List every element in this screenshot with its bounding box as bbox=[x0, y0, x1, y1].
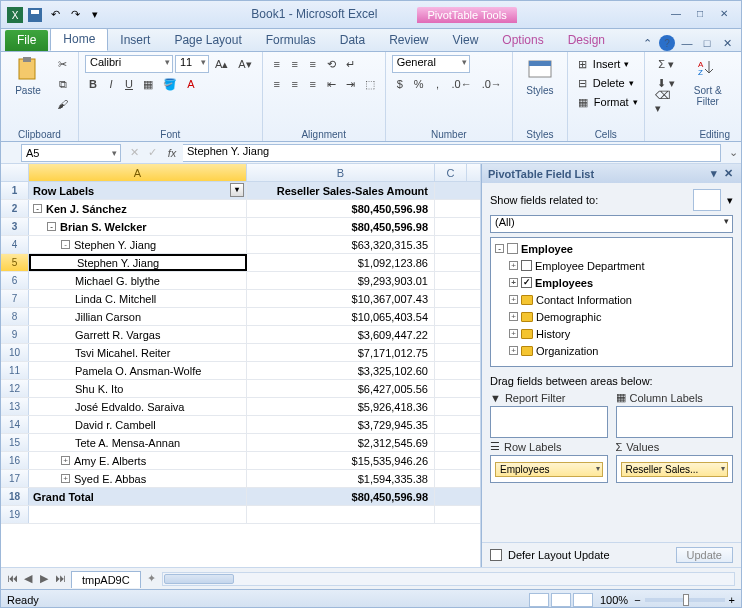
tab-view[interactable]: View bbox=[441, 30, 491, 51]
tree-node[interactable]: +Contact Information bbox=[493, 291, 730, 308]
workbook-restore-icon[interactable]: □ bbox=[699, 35, 715, 51]
row-header[interactable]: 15 bbox=[1, 434, 29, 451]
font-name-combo[interactable]: Calibri bbox=[85, 55, 173, 73]
page-layout-view-icon[interactable] bbox=[551, 593, 571, 607]
tree-node[interactable]: +History bbox=[493, 325, 730, 342]
italic-button[interactable]: I bbox=[103, 75, 119, 93]
table-row[interactable]: 15Tete A. Mensa-Annan$2,312,545.69 bbox=[1, 434, 480, 452]
cell-a[interactable] bbox=[29, 506, 247, 523]
cell-c[interactable] bbox=[435, 200, 467, 217]
row-header[interactable]: 11 bbox=[1, 362, 29, 379]
tree-expand-icon[interactable]: + bbox=[509, 278, 518, 287]
cell-b[interactable]: $3,729,945.35 bbox=[247, 416, 435, 433]
page-break-view-icon[interactable] bbox=[573, 593, 593, 607]
tree-expand-icon[interactable]: + bbox=[509, 261, 518, 270]
merge-center-icon[interactable]: ⬚ bbox=[361, 75, 379, 93]
comma-icon[interactable]: , bbox=[429, 75, 445, 93]
table-row[interactable]: 5Stephen Y. Jiang$1,092,123.86 bbox=[1, 254, 480, 272]
minimize-ribbon-icon[interactable]: ⌃ bbox=[639, 35, 655, 51]
row-header[interactable]: 8 bbox=[1, 308, 29, 325]
row-header[interactable]: 2 bbox=[1, 200, 29, 217]
layout-dropdown-icon[interactable]: ▾ bbox=[727, 194, 733, 207]
shrink-font-icon[interactable]: A▾ bbox=[234, 55, 255, 73]
wrap-text-icon[interactable]: ↵ bbox=[342, 55, 359, 73]
table-row[interactable]: 10Tsvi Micahel. Reiter$7,171,012.75 bbox=[1, 344, 480, 362]
cell-b[interactable] bbox=[247, 506, 435, 523]
autosum-icon[interactable]: Σ ▾ bbox=[651, 55, 682, 73]
cell-b[interactable]: $6,427,005.56 bbox=[247, 380, 435, 397]
cell-c[interactable] bbox=[435, 218, 467, 235]
cell-a[interactable]: +Amy E. Alberts bbox=[29, 452, 247, 469]
cell-c[interactable] bbox=[435, 272, 467, 289]
row-header[interactable]: 10 bbox=[1, 344, 29, 361]
table-row[interactable]: 2-Ken J. Sánchez$80,450,596.98 bbox=[1, 200, 480, 218]
workbook-minimize-icon[interactable]: — bbox=[679, 35, 695, 51]
qat-dropdown-icon[interactable]: ▾ bbox=[87, 7, 103, 23]
align-bottom-icon[interactable]: ≡ bbox=[305, 55, 321, 73]
increase-indent-icon[interactable]: ⇥ bbox=[342, 75, 359, 93]
tree-node[interactable]: +✓Employees bbox=[493, 274, 730, 291]
find-select-button[interactable]: Find & Select bbox=[734, 55, 742, 107]
help-icon[interactable]: ? bbox=[659, 35, 675, 51]
sheet-nav-first-icon[interactable]: ⏮ bbox=[5, 572, 19, 585]
table-row[interactable]: 3-Brian S. Welcker$80,450,596.98 bbox=[1, 218, 480, 236]
tree-expand-icon[interactable]: + bbox=[509, 295, 518, 304]
cell-a[interactable]: -Stephen Y. Jiang bbox=[29, 236, 247, 253]
values-box[interactable]: Reseller Sales... bbox=[616, 455, 734, 483]
table-row[interactable]: 14David r. Cambell$3,729,945.35 bbox=[1, 416, 480, 434]
pane-dropdown-icon[interactable]: ▾ bbox=[707, 167, 721, 180]
tree-node[interactable]: +Organization bbox=[493, 342, 730, 359]
report-filter-box[interactable] bbox=[490, 406, 608, 438]
cell-b[interactable]: $1,594,335.38 bbox=[247, 470, 435, 487]
insert-cells-button[interactable]: ⊞ bbox=[574, 55, 591, 73]
border-icon[interactable]: ▦ bbox=[139, 75, 157, 93]
cell-b[interactable]: $80,450,596.98 bbox=[247, 200, 435, 217]
row-header[interactable]: 9 bbox=[1, 326, 29, 343]
orientation-icon[interactable]: ⟲ bbox=[323, 55, 340, 73]
sheet-tab[interactable]: tmpAD9C bbox=[71, 571, 141, 588]
cell-a[interactable]: Tsvi Micahel. Reiter bbox=[29, 344, 247, 361]
tree-expand-icon[interactable]: + bbox=[509, 312, 518, 321]
horizontal-scrollbar[interactable] bbox=[162, 572, 735, 586]
cell-a[interactable]: Linda C. Mitchell bbox=[29, 290, 247, 307]
table-row[interactable]: 17+Syed E. Abbas$1,594,335.38 bbox=[1, 470, 480, 488]
align-center-icon[interactable]: ≡ bbox=[287, 75, 303, 93]
cell-a[interactable]: -Brian S. Welcker bbox=[29, 218, 247, 235]
font-size-combo[interactable]: 11 bbox=[175, 55, 209, 73]
cell-a[interactable]: Tete A. Mensa-Annan bbox=[29, 434, 247, 451]
clear-icon[interactable]: ⌫ ▾ bbox=[651, 93, 682, 111]
restore-icon[interactable]: □ bbox=[691, 8, 709, 22]
cell-a[interactable]: Michael G. blythe bbox=[29, 272, 247, 289]
table-row[interactable]: 19 bbox=[1, 506, 480, 524]
col-header-c[interactable]: C bbox=[435, 164, 467, 181]
bold-button[interactable]: B bbox=[85, 75, 101, 93]
cell-b[interactable]: Reseller Sales-Sales Amount bbox=[247, 182, 435, 199]
defer-checkbox[interactable] bbox=[490, 549, 502, 561]
cell-c[interactable] bbox=[435, 326, 467, 343]
table-row[interactable]: 12Shu K. Ito$6,427,005.56 bbox=[1, 380, 480, 398]
table-row[interactable]: 9Garrett R. Vargas$3,609,447.22 bbox=[1, 326, 480, 344]
row-header[interactable]: 6 bbox=[1, 272, 29, 289]
tree-node[interactable]: +Demographic bbox=[493, 308, 730, 325]
styles-button[interactable]: Styles bbox=[519, 55, 561, 96]
sheet-nav-prev-icon[interactable]: ◀ bbox=[21, 572, 35, 585]
undo-icon[interactable]: ↶ bbox=[47, 7, 63, 23]
cell-a[interactable]: David r. Cambell bbox=[29, 416, 247, 433]
row-header[interactable]: 19 bbox=[1, 506, 29, 523]
expand-icon[interactable]: + bbox=[61, 456, 70, 465]
formula-input[interactable]: Stephen Y. Jiang bbox=[183, 144, 721, 162]
row-header[interactable]: 17 bbox=[1, 470, 29, 487]
align-right-icon[interactable]: ≡ bbox=[305, 75, 321, 93]
tree-node[interactable]: +Employee Department bbox=[493, 257, 730, 274]
cell-c[interactable] bbox=[435, 488, 467, 505]
tree-expand-icon[interactable]: + bbox=[509, 346, 518, 355]
cell-b[interactable]: $10,367,007.43 bbox=[247, 290, 435, 307]
row-chip-employees[interactable]: Employees bbox=[495, 462, 603, 477]
cell-b[interactable]: $2,312,545.69 bbox=[247, 434, 435, 451]
tab-page-layout[interactable]: Page Layout bbox=[162, 30, 253, 51]
cell-c[interactable] bbox=[435, 182, 467, 199]
cell-a[interactable]: Shu K. Ito bbox=[29, 380, 247, 397]
cell-b[interactable]: $9,293,903.01 bbox=[247, 272, 435, 289]
row-header[interactable]: 4 bbox=[1, 236, 29, 253]
enter-formula-icon[interactable]: ✓ bbox=[143, 146, 161, 159]
